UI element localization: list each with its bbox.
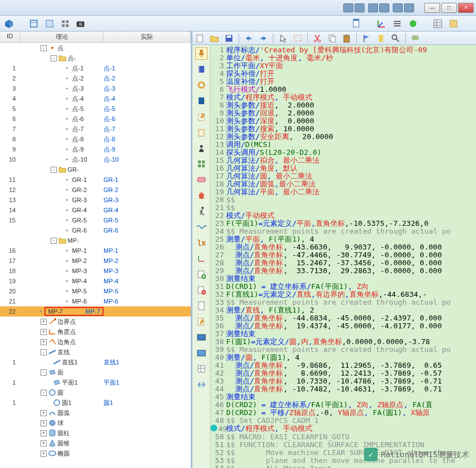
code-line[interactable]: 45测量结束	[210, 393, 476, 401]
tree-row[interactable]: +圆弧	[0, 408, 191, 418]
grid2-icon[interactable]	[195, 158, 208, 170]
code-line[interactable]: 38F(圆1)=元素定义/圆,内,直角坐标,0.0000,0.0000,-3.7…	[210, 338, 476, 346]
edit-icon[interactable]	[195, 110, 208, 123]
open-icon[interactable]	[209, 33, 219, 43]
list-icon[interactable]	[392, 18, 403, 29]
camera-icon[interactable]	[75, 18, 87, 29]
col-actual[interactable]: 实际	[104, 32, 191, 42]
grid-icon[interactable]	[60, 18, 71, 29]
code-line[interactable]: 22模式/手动模式	[210, 212, 476, 220]
tree-row[interactable]: GR-6GR-6	[0, 225, 191, 235]
tree-row[interactable]: 16MP-1MP-1	[0, 246, 191, 256]
minimize-button[interactable]: —	[424, 3, 440, 13]
paste-icon[interactable]	[342, 33, 352, 43]
code-line[interactable]: 35 测点/直角坐标, -44.6834, -45.0000, -2.4397,…	[210, 314, 476, 322]
code-line[interactable]: 28 测点/直角坐标, 15.2467, -37.3456, -0.0000, …	[210, 259, 476, 267]
code-line[interactable]: 11测头参数/搜索, 10.0000	[210, 125, 476, 133]
expand-toggle[interactable]: +	[41, 319, 47, 325]
eraser-icon[interactable]	[195, 173, 208, 186]
bookmark-icon[interactable]	[376, 33, 386, 43]
code-line[interactable]: 44 测点/直角坐标, -10.7482, -10.4631, -3.7869,…	[210, 385, 476, 393]
tree-row[interactable]: 20MP-5MP-5	[0, 286, 191, 296]
tree-row[interactable]: 4点-4点-4	[0, 93, 191, 104]
expand-toggle[interactable]: +	[41, 329, 47, 335]
code-line[interactable]: 31D(CRD1) = 建立坐标系/FA(平面1), Z向	[210, 283, 476, 291]
tree-row[interactable]: 15GR-5GR-5	[0, 215, 191, 225]
code-line[interactable]: 21$$	[210, 204, 476, 212]
close-button[interactable]: ×	[458, 3, 474, 13]
tree-row[interactable]: -直线	[0, 347, 191, 357]
book-icon[interactable]	[195, 63, 208, 75]
copy-icon[interactable]	[327, 33, 337, 43]
tree-row[interactable]: -圆	[0, 387, 191, 398]
save-icon[interactable]	[224, 33, 234, 43]
comment-icon[interactable]	[410, 33, 420, 43]
flag-icon[interactable]	[361, 33, 371, 43]
code-line[interactable]: 30测量结束	[210, 275, 476, 283]
expand-toggle[interactable]: -	[51, 55, 57, 61]
code-line[interactable]: 43 测点/直角坐标, 10.7330, -10.4786, -3.7869, …	[210, 377, 476, 385]
tree-row[interactable]: -点	[0, 43, 191, 53]
code-line[interactable]: 12测头参数/安全距离, 20.0000	[210, 133, 476, 141]
code-line[interactable]: 41 测点/直角坐标, -9.8686, 11.2965, -3.7869, 0…	[210, 362, 476, 369]
code-line[interactable]: 54$$ ALL Macro Input	[210, 465, 476, 468]
find-icon[interactable]	[390, 33, 401, 43]
tb-icon-6[interactable]	[404, 3, 414, 12]
tree-row[interactable]: +圆锥	[0, 438, 191, 448]
expand-toggle[interactable]: +	[41, 410, 47, 416]
expand-toggle[interactable]: -	[41, 349, 47, 355]
tree-row[interactable]: 5点-5点-5	[0, 104, 191, 114]
tree-row[interactable]: 3点-3点-3	[0, 83, 191, 93]
tree-row[interactable]: 13GR-3GR-3	[0, 195, 191, 205]
code-line[interactable]: 23F(平面1)=元素定义/平面,直角坐标,-10.5375,-7.2326,0	[210, 220, 476, 228]
expand-toggle[interactable]: +	[41, 430, 47, 436]
code-line[interactable]: 3工作平面/XY平面	[210, 62, 476, 70]
code-line[interactable]: 48$$ Set CAD2PCS CADM_1	[210, 417, 476, 425]
tree-row[interactable]: 17MP-2MP-2	[0, 256, 191, 266]
code-line[interactable]: 20$$	[210, 196, 476, 204]
redo-icon[interactable]	[258, 33, 268, 43]
tb-icon-2[interactable]	[354, 3, 365, 12]
code-line[interactable]: 40测量/圆, F(圆1), 4	[210, 354, 476, 362]
tree-row[interactable]: 11GR-1GR-1	[0, 175, 191, 185]
runner-icon[interactable]	[195, 205, 208, 217]
axis2-icon[interactable]	[195, 252, 208, 265]
window-icon[interactable]	[28, 18, 39, 29]
expand-toggle[interactable]: -	[41, 390, 47, 396]
tree-row[interactable]: 22MP-7MP-7	[0, 306, 191, 317]
tree-row[interactable]: 18MP-3MP-3	[0, 266, 191, 276]
tree-row[interactable]: +圆柱	[0, 428, 191, 438]
expand-icon[interactable]	[195, 378, 208, 391]
tree-row[interactable]: +角度点	[0, 327, 191, 337]
code-line[interactable]: 27 测点/直角坐标, -47.4466, -30.7749, -0.0000,…	[210, 251, 476, 259]
tree-row[interactable]: 10点-10点-10	[0, 154, 191, 164]
code-line[interactable]: 47D(CRD2) = 平移/Z轴原点,-0, Y轴原点, FA(圆1), X轴…	[210, 409, 476, 417]
code-line[interactable]: 8测头参数/接近, 2.0000	[210, 101, 476, 109]
col-id[interactable]: ID	[0, 32, 20, 42]
new-icon[interactable]	[195, 33, 205, 43]
cube-icon[interactable]	[3, 18, 15, 29]
code-line[interactable]: 37测量结束	[210, 330, 476, 338]
code-line[interactable]: 16几何算法/角度, 默认	[210, 164, 476, 172]
tb-icon-4[interactable]	[379, 3, 389, 12]
code-line[interactable]: 5温度补偿/打开	[210, 78, 476, 86]
fx-icon[interactable]	[195, 237, 208, 249]
wave-icon[interactable]	[195, 221, 208, 233]
tb-icon-5[interactable]	[393, 3, 403, 12]
cursor-icon[interactable]	[278, 33, 288, 43]
code-line[interactable]: 50$$ MACRO: EASI_CLEARPIN_GOTO	[210, 433, 476, 441]
code-line[interactable]: 2单位/毫米, 十进角度, 毫米/秒	[210, 54, 476, 62]
edit3-icon[interactable]	[195, 315, 208, 328]
add-icon[interactable]	[195, 268, 208, 280]
tree-row[interactable]: 8点-8点-8	[0, 134, 191, 144]
cut-icon[interactable]	[312, 33, 322, 43]
code-line[interactable]: 15几何算法/拟合, 最小二乘法	[210, 157, 476, 164]
doc-icon[interactable]	[351, 18, 362, 29]
code-line[interactable]: 36 测点/直角坐标, 19.4374, -45.0000, -4.0177, …	[210, 322, 476, 330]
tree-row[interactable]: 1平面1平面1	[0, 377, 191, 387]
tree-row[interactable]: 2点-2点-2	[0, 73, 191, 83]
code-line[interactable]: 1程序标志/'Created by [爱科腾瑞科技(北京)有限公司-09	[210, 46, 476, 54]
tree-row[interactable]: 19MP-4MP-4	[0, 276, 191, 286]
code-editor[interactable]: 1程序标志/'Created by [爱科腾瑞科技(北京)有限公司-092单位/…	[210, 45, 476, 468]
expand-toggle[interactable]: -	[51, 167, 57, 173]
